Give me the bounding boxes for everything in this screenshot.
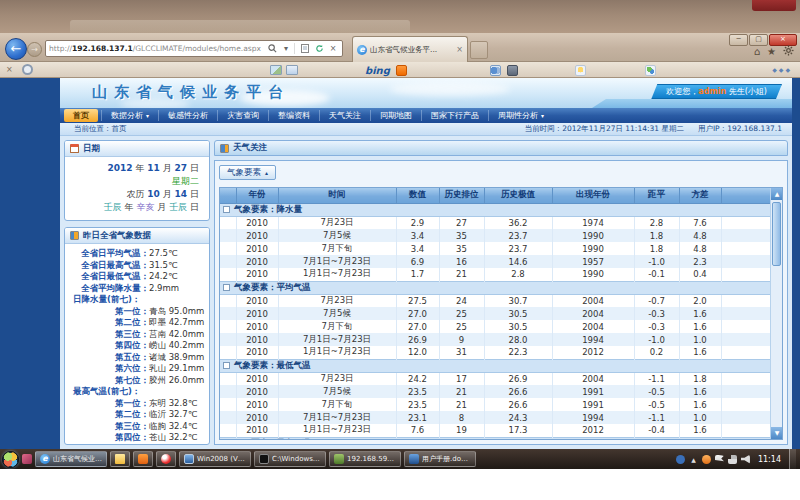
action-center-flag-icon[interactable] — [715, 455, 724, 464]
gear-icon[interactable] — [783, 45, 794, 60]
compatibility-icon[interactable] — [299, 43, 311, 55]
home-icon[interactable]: ⌂ — [754, 45, 760, 60]
expand-icon[interactable] — [223, 284, 230, 291]
column-header[interactable]: 数值 — [396, 188, 439, 203]
expand-icon[interactable] — [223, 206, 230, 213]
column-header[interactable]: 距平 — [634, 188, 679, 203]
taskbar-button-6[interactable]: C:\Windows\s... — [254, 451, 326, 467]
table-row[interactable]: 20101月1日~7月23日7.61917.32012-0.41.6 — [220, 424, 770, 437]
nav-item-5[interactable]: 整编资料 — [268, 110, 319, 121]
column-header[interactable]: 时间 — [278, 188, 396, 203]
back-button[interactable]: ← — [5, 38, 27, 60]
table-row[interactable]: 20107月5候27.02530.52004-0.31.6 — [220, 307, 770, 320]
taskbar-button-8[interactable]: 用户手册.docx -... — [404, 451, 476, 467]
group-header-row[interactable]: 气象要素：最低气温 — [220, 359, 770, 372]
taskbar-button-2[interactable] — [110, 451, 130, 467]
table-row[interactable]: 20107月1日~7月23日6.91614.61957-1.02.3 — [220, 255, 770, 268]
volume-icon[interactable] — [741, 455, 750, 464]
cell: 6.9 — [396, 255, 439, 268]
browser-chrome: ─ ▢ × ← → http://192.168.137.1/GLCCLIMAT… — [0, 33, 800, 62]
update-icon[interactable] — [702, 455, 711, 464]
toolbar-circle-icon[interactable] — [22, 64, 33, 75]
sparkle-icon[interactable] — [575, 65, 586, 76]
ime-icon[interactable] — [676, 455, 685, 464]
toolbar-close-icon[interactable]: × — [6, 65, 13, 74]
scroll-up-icon[interactable]: ▲ — [771, 188, 783, 200]
table-row[interactable]: 20101月1日~7月23日12.03122.320120.21.6 — [220, 346, 770, 359]
cell: 23.7 — [484, 229, 552, 242]
group-header-row[interactable]: 气象要素：平均气温 — [220, 281, 770, 294]
taskbar-button-3[interactable] — [133, 451, 153, 467]
nav-item-6[interactable]: 天气关注 — [319, 110, 370, 121]
cell: -1.0 — [634, 333, 679, 346]
taskbar-button-7[interactable]: 192.168.59.99... — [329, 451, 401, 467]
row-filler — [721, 255, 770, 268]
picture-icon[interactable] — [270, 65, 282, 75]
taskbar-button-4[interactable] — [156, 451, 176, 467]
table-row[interactable]: 20107月下旬3.43523.719901.84.8 — [220, 242, 770, 255]
taskbar-button-5[interactable]: Win2008 (VS2... — [179, 451, 251, 467]
table-row[interactable]: 20107月1日~7月23日26.9928.01994-1.01.0 — [220, 333, 770, 346]
start-button[interactable] — [2, 451, 19, 468]
people-icon[interactable] — [645, 65, 656, 76]
minimize-button[interactable]: ─ — [729, 34, 748, 46]
nav-item-4[interactable]: 灾害查询 — [217, 110, 268, 121]
url-text[interactable]: http://192.168.137.1/GLCCLIMATE/modules/… — [49, 44, 264, 53]
table-row[interactable]: 20107月23日27.52430.72004-0.72.0 — [220, 294, 770, 307]
forward-button[interactable]: → — [27, 42, 42, 57]
binoculars-icon[interactable] — [490, 65, 501, 76]
stop-icon[interactable]: × — [327, 43, 339, 55]
remote-icon — [334, 454, 344, 464]
nav-item-1[interactable]: 首页 — [64, 109, 98, 122]
camera-icon[interactable] — [507, 65, 518, 76]
group-header-row[interactable]: 气象要素：最高气温 — [220, 437, 770, 439]
group-header-row[interactable]: 气象要素：降水量 — [220, 203, 770, 216]
table-row[interactable]: 20107月5候23.52126.61991-0.51.6 — [220, 385, 770, 398]
vertical-scrollbar[interactable]: ▲ ▼ — [770, 188, 782, 439]
element-filter-button[interactable]: 气象要素▴ — [219, 165, 276, 180]
tray-app-icon[interactable] — [22, 454, 32, 464]
toolbar-more-icon[interactable]: ◆◆◆ — [772, 66, 792, 73]
column-header[interactable]: 方差 — [679, 188, 721, 203]
nav-item-label: 周期性分析 — [498, 110, 538, 121]
favorites-star-icon[interactable]: ★ — [767, 45, 776, 60]
nav-item-8[interactable]: 国家下行产品 — [421, 110, 488, 121]
address-bar[interactable]: http://192.168.137.1/GLCCLIMATE/modules/… — [45, 40, 343, 57]
column-header[interactable]: 历史排位 — [439, 188, 484, 203]
hidden-icons-chevron-icon[interactable]: ▲ — [689, 455, 698, 464]
show-desktop-button[interactable] — [789, 449, 796, 469]
scroll-down-icon[interactable]: ▼ — [771, 427, 783, 439]
clock[interactable]: 11:14 — [758, 455, 781, 464]
tab-close-icon[interactable]: × — [456, 45, 463, 54]
nav-item-3[interactable]: 敏感性分析 — [158, 110, 217, 121]
table-row[interactable]: 20101月1日~7月23日1.7212.81990-0.10.4 — [220, 268, 770, 281]
new-tab-button[interactable] — [470, 41, 488, 59]
nav-item-9[interactable]: 周期性分析▾ — [488, 110, 553, 121]
browser-tab[interactable]: e 山东省气候业务平... × — [352, 36, 468, 62]
section-title: 天气关注 — [233, 142, 267, 154]
nav-item-7[interactable]: 同期地图 — [370, 110, 421, 121]
tab-title[interactable]: 山东省气候业务平... — [370, 45, 453, 55]
expand-icon[interactable] — [223, 362, 230, 369]
taskbar-button-1[interactable]: e山东省气候业务平... — [35, 451, 107, 467]
network-icon[interactable] — [728, 455, 737, 464]
orange-app-icon[interactable] — [396, 65, 407, 76]
column-header[interactable]: 历史极值 — [484, 188, 552, 203]
table-row[interactable]: 20107月下旬27.02530.52004-0.31.6 — [220, 320, 770, 333]
bing-logo[interactable]: bing — [365, 65, 390, 76]
refresh-icon[interactable] — [313, 43, 325, 55]
table-row[interactable]: 20107月23日24.21726.92004-1.11.8 — [220, 372, 770, 385]
column-header[interactable]: 年份 — [236, 188, 278, 203]
cell: -0.1 — [634, 268, 679, 281]
table-row[interactable]: 20107月1日~7月23日23.1824.31994-1.11.0 — [220, 411, 770, 424]
mail-icon[interactable] — [286, 65, 298, 75]
table-row[interactable]: 20107月下旬23.52126.61991-0.51.6 — [220, 398, 770, 411]
scrollbar-thumb[interactable] — [772, 202, 781, 266]
table-row[interactable]: 20107月23日2.92736.219742.87.6 — [220, 216, 770, 229]
row-gutter — [220, 307, 236, 320]
search-dropdown-icon[interactable]: ▾ — [280, 43, 292, 55]
column-header[interactable]: 出现年份 — [552, 188, 634, 203]
nav-item-2[interactable]: 数据分析▾ — [101, 110, 158, 121]
search-icon[interactable] — [266, 43, 278, 55]
table-row[interactable]: 20107月5候3.43523.719901.84.8 — [220, 229, 770, 242]
